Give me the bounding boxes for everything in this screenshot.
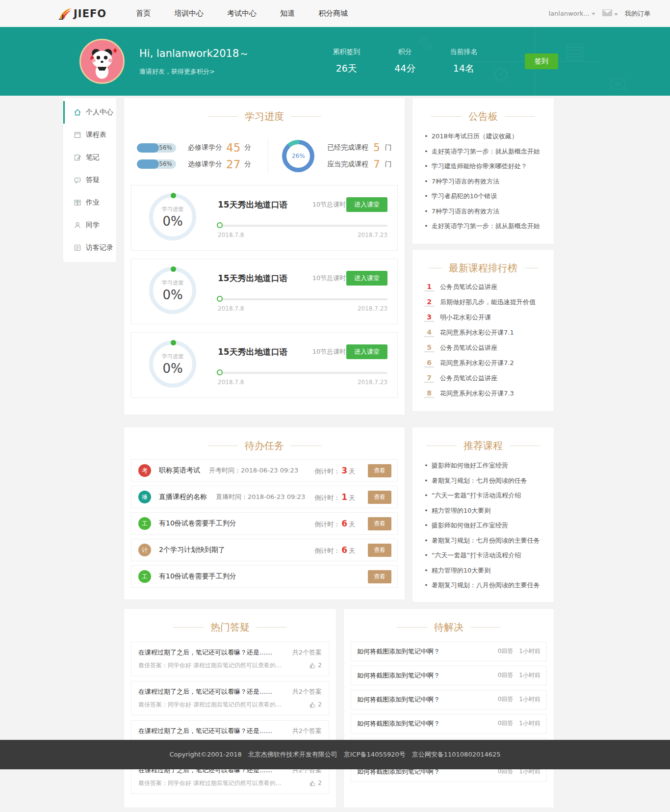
course-title[interactable]: 15天秀出地道口语	[218, 346, 288, 358]
rank-number: 4	[424, 328, 434, 337]
recommended-item[interactable]: 摄影师如何做好工作室经营	[424, 521, 544, 530]
task-title: 2个学习计划快到期了	[159, 546, 225, 554]
course-card: 学习进度 0% 15天秀出地道口语 10节总课时 进入课堂	[131, 259, 398, 324]
bar-fill	[137, 143, 159, 153]
bar-percent: 56%	[159, 160, 172, 167]
countdown-days: 6	[341, 519, 347, 528]
view-button[interactable]: 查看	[368, 491, 391, 504]
sidebar-item-notes[interactable]: 笔记	[63, 146, 116, 169]
sidebar-item-visitor-log[interactable]: 访客记录	[63, 236, 116, 259]
nav-item[interactable]: 首页	[136, 9, 151, 18]
qa-likes[interactable]: 2	[309, 701, 322, 709]
view-button[interactable]: 查看	[368, 517, 391, 530]
nav-item[interactable]: 知道	[280, 9, 295, 18]
section-title: 最新课程排行榜	[412, 250, 554, 280]
announcement-item[interactable]: 走好英语学习第一步：就从新概念开始	[424, 147, 544, 156]
stat-item: 积分 44分	[394, 48, 415, 75]
my-orders-link[interactable]: 我的订单	[625, 9, 650, 18]
required-credit-value: 45	[226, 141, 240, 154]
chevron-down-icon	[592, 13, 595, 15]
sidebar-item-label: 课程表	[86, 131, 106, 139]
countdown-days: 1	[341, 492, 347, 502]
title-line	[524, 268, 538, 268]
announcement-item[interactable]: 7种学习语言的有效方法	[424, 177, 544, 186]
nav-item[interactable]: 积分商城	[318, 9, 348, 18]
course-timeline	[218, 298, 387, 300]
invite-friends-link[interactable]: 邀请好友，获得更多积分>	[139, 67, 249, 76]
announcement-item[interactable]: 2018年考试日历（建议收藏）	[424, 132, 544, 141]
sidebar-item-homework[interactable]: 作业	[63, 191, 116, 214]
ranking-item[interactable]: 2 后期做好那几步，能迅速提升价值	[424, 298, 545, 307]
sign-in-button[interactable]: 签到	[525, 53, 558, 69]
sidebar-item-timetable[interactable]: 课程表	[63, 124, 116, 146]
nav-item[interactable]: 考试中心	[227, 9, 257, 18]
donut-percent: 26%	[292, 153, 305, 159]
required-credit-bar: 56%	[137, 143, 176, 153]
enter-classroom-button[interactable]: 进入课堂	[346, 271, 387, 286]
ranking-item[interactable]: 3 明小花水彩公开课	[424, 313, 545, 322]
ranking-item[interactable]: 8 花间意系列水彩公开课7.3	[424, 389, 545, 398]
sidebar-item-personal-center[interactable]: 个人中心	[63, 101, 116, 124]
announcement-item[interactable]: 走好英语学习第一步：就从新概念开始	[424, 222, 544, 231]
view-button[interactable]: 查看	[368, 570, 391, 583]
announcement-item[interactable]: 7种学习语言的有效方法	[424, 207, 544, 216]
rank-number: 3	[424, 313, 434, 322]
course-title[interactable]: 15天秀出地道口语	[218, 273, 288, 284]
qa-question: 在课程过期了之后，笔记还可以看嘛？还是……	[138, 727, 272, 735]
announcement-item[interactable]: 学习者易犯的10个错误	[424, 192, 544, 201]
pending-item[interactable]: 如何将截图添加到笔记中啊？ 0回答 1小时前	[351, 714, 547, 733]
recommended-item[interactable]: “六天一套题”打卡活动流程介绍	[424, 551, 544, 560]
nav-menu: 首页培训中心考试中心知道积分商城	[136, 9, 348, 18]
pending-item[interactable]: 如何将截图添加到笔记中啊？ 0回答 1小时前	[351, 642, 547, 661]
countdown-days: 3	[341, 466, 347, 475]
sidebar-item-qa[interactable]: ? 答疑	[63, 169, 116, 191]
view-button[interactable]: 查看	[368, 544, 391, 557]
recommended-item[interactable]: 暑期复习规划：七月份阅读的主要任务	[424, 536, 544, 545]
reply-count: 0回答	[498, 671, 514, 680]
pending-meta: 0回答 1小时前	[498, 719, 541, 728]
title-line	[207, 116, 238, 117]
jiefo-logo[interactable]: JIEFO	[58, 7, 106, 20]
announcement-item[interactable]: 学习建造师能给你带来哪些好处？	[424, 162, 544, 171]
title-line	[431, 116, 462, 117]
ranking-item[interactable]: 5 公务员笔试公益讲座	[424, 343, 545, 352]
nav-item[interactable]: 培训中心	[174, 9, 204, 18]
qa-item[interactable]: 在课程过期了之后，笔记还可以看嘛？还是…… 共2个答案 最佳答案：同学你好 课程…	[131, 642, 329, 676]
copyright-text: Copyright©2001-2018 北京杰佛软件技术开发有限公司 京ICP备…	[169, 750, 500, 759]
task-time: 开考时间：2018-06-23 09:23	[209, 466, 298, 475]
stat-item: 当前排名 14名	[450, 48, 477, 75]
pending-item[interactable]: 如何将截图添加到笔记中啊？ 0回答 1小时前	[351, 666, 547, 685]
recommended-item[interactable]: 精力管理的10大要则	[424, 566, 544, 575]
sidebar-item-classmates[interactable]: 同学	[63, 214, 116, 236]
completed-courses-stat: 已经完成课程 5 门	[327, 142, 391, 154]
recommended-item[interactable]: “六天一套题”打卡活动流程介绍	[424, 491, 544, 500]
pending-meta: 0回答 1小时前	[498, 695, 541, 704]
pending-item[interactable]: 如何将截图添加到笔记中啊？ 0回答 1小时前	[351, 690, 547, 709]
recommended-item[interactable]: 暑期复习规划：八月份阅读的主要任务	[424, 581, 544, 590]
ranking-item[interactable]: 1 公务员笔试公益讲座	[424, 283, 545, 291]
ranking-item[interactable]: 6 花间意系列水彩公开课7.2	[424, 359, 545, 367]
stat-label: 当前排名	[450, 48, 477, 56]
recommended-item[interactable]: 摄影师如何做好工作室经营	[424, 461, 544, 470]
qa-likes[interactable]: 2	[309, 661, 322, 670]
todo-row: 工 有10份试卷需要手工判分 倒计时： 6 天 查看	[131, 512, 398, 535]
user-menu[interactable]: lanlanwork...	[549, 10, 596, 17]
qa-answer-count: 共2个答案	[292, 687, 322, 696]
qa-answer-count: 共2个答案	[292, 648, 322, 657]
rank-number: 2	[424, 298, 434, 307]
enter-classroom-button[interactable]: 进入课堂	[346, 197, 387, 212]
messages-menu[interactable]	[602, 9, 618, 18]
qa-question: 在课程过期了之后，笔记还可以看嘛？还是……	[138, 648, 272, 657]
course-title[interactable]: 15天秀出地道口语	[218, 199, 288, 210]
qa-likes[interactable]: 2	[309, 779, 322, 787]
ranking-item[interactable]: 4 花间意系列水彩公开课7.1	[424, 328, 545, 337]
qa-item[interactable]: 在课程过期了之后，笔记还可以看嘛？还是…… 共2个答案 最佳答案：同学你好 课程…	[131, 681, 329, 715]
hero-banner: ✎ ⚙ ▤ ✉ Hi, lanlanwo	[0, 27, 670, 96]
recommended-item[interactable]: 精力管理的10大要则	[424, 506, 544, 515]
enter-classroom-button[interactable]: 进入课堂	[346, 344, 387, 359]
view-button[interactable]: 查看	[368, 464, 391, 477]
avatar[interactable]	[79, 39, 125, 84]
recommended-item[interactable]: 暑期复习规划：七月份阅读的任务	[424, 476, 544, 485]
course-progress-ring: 学习进度 0%	[149, 267, 198, 316]
ranking-item[interactable]: 7 公务员笔试公益讲座	[424, 374, 545, 383]
